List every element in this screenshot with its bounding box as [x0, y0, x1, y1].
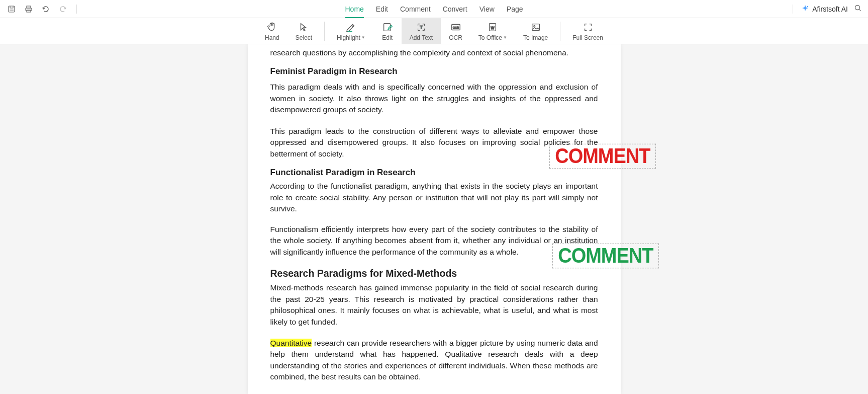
- svg-point-5: [855, 5, 860, 10]
- divider: [560, 22, 560, 41]
- sparkle-icon: [801, 5, 809, 13]
- svg-rect-12: [532, 24, 539, 30]
- paragraph-text: research can provide researchers with a …: [270, 339, 598, 381]
- cursor-icon: [298, 21, 310, 33]
- full-screen-tool[interactable]: Full Screen: [564, 18, 611, 44]
- top-toolbar-left: [6, 4, 79, 15]
- to-image-tool[interactable]: To Image: [515, 18, 556, 44]
- tab-comment[interactable]: Comment: [400, 1, 431, 17]
- heading-mixed-methods: Research Paradigms for Mixed-Methods: [270, 261, 598, 281]
- svg-rect-1: [27, 6, 31, 8]
- svg-text:OCR: OCR: [452, 26, 458, 29]
- hand-tool[interactable]: Hand: [257, 18, 287, 44]
- tab-home[interactable]: Home: [345, 1, 364, 17]
- highlight-label: Highlight ▼: [337, 34, 365, 41]
- search-icon[interactable]: [854, 4, 862, 14]
- paragraph: Mixed-methods research has gained immens…: [270, 281, 598, 331]
- add-text-label: Add Text: [410, 34, 433, 41]
- select-tool[interactable]: Select: [287, 18, 320, 44]
- tab-edit[interactable]: Edit: [376, 1, 388, 17]
- document-area[interactable]: research questions by accomplishing the …: [0, 44, 868, 394]
- svg-point-13: [533, 25, 535, 27]
- edit-tool[interactable]: Edit: [373, 18, 402, 44]
- comment-stamp-green[interactable]: COMMENT: [552, 244, 658, 269]
- ocr-tool[interactable]: OCR OCR: [441, 18, 470, 44]
- add-text-tool[interactable]: T Add Text: [402, 18, 441, 44]
- office-icon: W: [487, 21, 499, 33]
- svg-text:W: W: [491, 25, 495, 30]
- paragraph: research questions by accomplishing the …: [270, 44, 598, 61]
- paragraph: Functionalism efficiently interprets how…: [270, 221, 598, 261]
- chevron-down-icon: ▼: [503, 35, 507, 40]
- top-toolbar-right: Afirstsoft AI: [791, 4, 862, 14]
- top-toolbar: Home Edit Comment Convert View Page Afir…: [0, 0, 868, 18]
- to-image-label: To Image: [523, 34, 548, 41]
- hand-icon: [266, 21, 278, 33]
- heading-functionalist: Functionalist Paradigm in Research: [270, 163, 598, 180]
- paragraph: This paradigm leads to the construction …: [270, 123, 598, 163]
- divider: [793, 5, 793, 14]
- image-icon: [530, 21, 542, 33]
- svg-rect-0: [9, 6, 15, 12]
- select-label: Select: [296, 34, 312, 41]
- full-screen-label: Full Screen: [572, 34, 603, 41]
- add-text-icon: T: [415, 21, 427, 33]
- paragraph: This paradigm deals with and is specific…: [270, 78, 598, 118]
- save-icon[interactable]: [6, 4, 17, 15]
- comment-stamp-red[interactable]: COMMENT: [549, 144, 655, 169]
- highlighted-text: Quantitative: [270, 339, 312, 347]
- tab-page[interactable]: Page: [507, 1, 523, 17]
- to-office-label: To Office ▼: [478, 34, 507, 41]
- svg-point-4: [807, 6, 808, 7]
- paragraph: Quantitative research can provide resear…: [270, 335, 598, 386]
- highlight-tool[interactable]: Highlight ▼: [329, 18, 373, 44]
- menu-tabs: Home Edit Comment Convert View Page: [345, 1, 523, 17]
- divider: [324, 22, 325, 41]
- ocr-label: OCR: [449, 34, 462, 41]
- fullscreen-icon: [582, 21, 594, 33]
- highlight-icon: [345, 21, 357, 33]
- tab-convert[interactable]: Convert: [443, 1, 467, 17]
- edit-label: Edit: [382, 34, 393, 41]
- paragraph: According to the functionalist paradigm,…: [270, 180, 598, 217]
- document-page: research questions by accomplishing the …: [248, 44, 621, 394]
- ai-button[interactable]: Afirstsoft AI: [801, 5, 848, 13]
- svg-text:T: T: [420, 24, 423, 29]
- edit-icon: [381, 21, 394, 33]
- print-icon[interactable]: [23, 4, 34, 15]
- tab-view[interactable]: View: [479, 1, 495, 17]
- redo-icon[interactable]: [57, 4, 68, 15]
- divider: [76, 5, 77, 14]
- ocr-icon: OCR: [450, 21, 462, 33]
- to-office-tool[interactable]: W To Office ▼: [470, 18, 515, 44]
- ai-label: Afirstsoft AI: [812, 5, 848, 13]
- chevron-down-icon: ▼: [361, 35, 365, 40]
- ribbon-toolbar: Hand Select Highlight ▼ Edit T Add Text …: [0, 18, 868, 44]
- undo-icon[interactable]: [40, 4, 51, 15]
- hand-label: Hand: [265, 34, 279, 41]
- heading-feminist: Feminist Paradigm in Research: [270, 61, 598, 78]
